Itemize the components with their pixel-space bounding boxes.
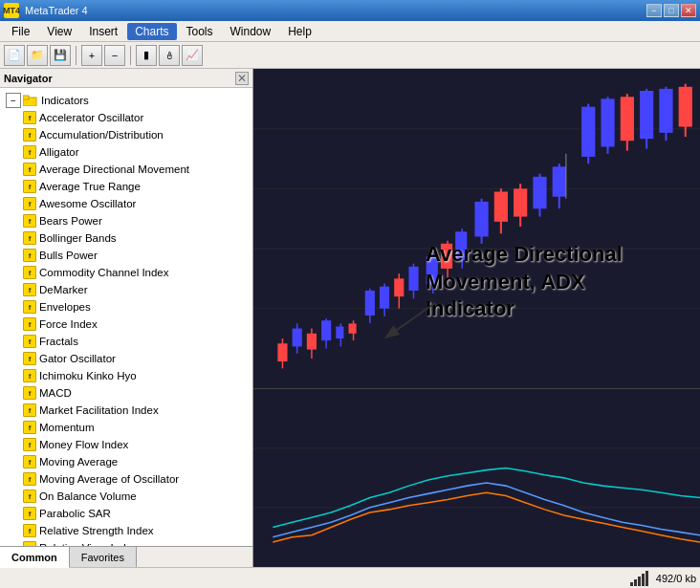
list-item[interactable]: f Moving Average <box>4 453 249 470</box>
toolbar-zoom-in[interactable]: + <box>81 45 102 66</box>
navigator-panel: Navigator ✕ − Indicators <box>0 69 253 567</box>
svg-rect-26 <box>408 267 418 291</box>
item-label: Parabolic SAR <box>39 508 111 519</box>
item-label: Envelopes <box>39 301 91 313</box>
svg-rect-34 <box>533 177 546 208</box>
svg-rect-10 <box>293 329 302 347</box>
list-item[interactable]: f Momentum <box>4 419 249 436</box>
indicator-icon: f <box>23 300 36 314</box>
svg-rect-41 <box>601 98 614 146</box>
item-label: Alligator <box>39 146 79 158</box>
toolbar-open[interactable]: 📁 <box>27 45 48 66</box>
title-bar-controls[interactable]: − □ ✕ <box>646 4 696 17</box>
indicator-icon: f <box>23 352 36 365</box>
svg-rect-14 <box>321 320 331 340</box>
item-label: MACD <box>39 387 72 399</box>
list-item[interactable]: f Bears Power <box>4 212 249 229</box>
menu-help[interactable]: Help <box>280 23 319 40</box>
indicator-icon: f <box>23 266 36 279</box>
main-layout: Navigator ✕ − Indicators <box>0 69 700 567</box>
list-item[interactable]: f Alligator <box>4 143 249 161</box>
list-item[interactable]: f Accelerator Oscillator <box>4 109 249 126</box>
svg-rect-57 <box>253 389 700 567</box>
toolbar-sep2 <box>130 46 131 65</box>
menu-tools[interactable]: Tools <box>179 23 221 40</box>
svg-rect-8 <box>277 343 287 361</box>
list-item[interactable]: f Bulls Power <box>4 247 249 264</box>
toggle-indicators[interactable]: − <box>6 93 21 108</box>
menu-file[interactable]: File <box>4 23 37 40</box>
bar2 <box>634 579 637 586</box>
list-item[interactable]: f Parabolic SAR <box>4 505 249 522</box>
menu-insert[interactable]: Insert <box>81 23 125 40</box>
svg-rect-18 <box>348 323 356 333</box>
list-item[interactable]: f Average True Range <box>4 178 249 195</box>
list-item[interactable]: f Awesome Oscillator <box>4 195 249 212</box>
minimize-button[interactable]: − <box>646 4 662 17</box>
indicator-icon: f <box>23 421 36 434</box>
list-item[interactable]: f Market Facilitation Index <box>4 402 249 419</box>
list-item[interactable]: f Gator Oscillator <box>4 350 249 367</box>
list-item[interactable]: f Force Index <box>4 316 249 333</box>
item-label: Moving Average of Oscillator <box>39 473 179 485</box>
svg-rect-24 <box>394 278 404 296</box>
indicator-icon: f <box>23 541 36 546</box>
indicator-icon: f <box>23 438 36 451</box>
list-item[interactable]: f Average Directional Movement <box>4 161 249 178</box>
toolbar-line-chart[interactable]: 📈 <box>182 45 203 66</box>
app-icon: MT4 <box>4 3 19 18</box>
nav-scroll[interactable]: − Indicators f Accelerator Oscillator f <box>0 88 252 546</box>
tab-favorites[interactable]: Favorites <box>70 547 137 567</box>
list-item[interactable]: f MACD <box>4 384 249 402</box>
item-label: Fractals <box>39 336 78 347</box>
item-label: Market Facilitation Index <box>39 404 159 416</box>
signal-bars <box>630 571 648 586</box>
item-label: Bollinger Bands <box>39 232 117 244</box>
svg-rect-22 <box>380 287 389 309</box>
toolbar-new[interactable]: 📄 <box>4 45 25 66</box>
list-item[interactable]: f Commodity Channel Index <box>4 264 249 281</box>
toolbar-bar-chart[interactable]: ▮ <box>136 45 157 66</box>
indicator-icon: f <box>23 197 36 210</box>
item-label: Average Directional Movement <box>39 163 189 175</box>
list-item[interactable]: f On Balance Volume <box>4 488 249 505</box>
list-item[interactable]: f Accumulation/Distribution <box>4 126 249 143</box>
chart-main[interactable]: Average Directional Movement, ADX Indica… <box>253 69 700 389</box>
menu-window[interactable]: Window <box>223 23 279 40</box>
tree-indicators-root[interactable]: − Indicators <box>4 92 249 109</box>
navigator-close[interactable]: ✕ <box>235 72 249 85</box>
bar3 <box>638 577 641 586</box>
list-item[interactable]: f Relative Strength Index <box>4 522 249 539</box>
list-item[interactable]: f Ichimoku Kinko Hyo <box>4 367 249 384</box>
tab-common[interactable]: Common <box>0 547 70 568</box>
list-item[interactable]: f Envelopes <box>4 298 249 316</box>
item-label: Accelerator Oscillator <box>39 112 143 123</box>
toolbar-zoom-out[interactable]: − <box>104 45 125 66</box>
svg-rect-49 <box>679 87 692 127</box>
menu-charts[interactable]: Charts <box>127 23 176 40</box>
indicator-icon: f <box>23 317 36 331</box>
list-item[interactable]: f Bollinger Bands <box>4 229 249 247</box>
menu-view[interactable]: View <box>39 23 79 40</box>
bar1 <box>630 582 633 586</box>
list-item[interactable]: f Moving Average of Oscillator <box>4 470 249 488</box>
list-item[interactable]: f Relative Vigor Index <box>4 539 249 546</box>
indicator-icon: f <box>23 111 36 124</box>
indicator-icon: f <box>23 335 36 348</box>
indicator-icon: f <box>23 128 36 142</box>
indicator-icon: f <box>23 231 36 245</box>
svg-rect-51 <box>427 256 438 284</box>
list-item[interactable]: f Money Flow Index <box>4 436 249 453</box>
folder-icon <box>23 95 38 106</box>
close-button[interactable]: ✕ <box>681 4 696 17</box>
toolbar-candle-chart[interactable]: 🕯 <box>159 45 180 66</box>
list-item[interactable]: f Fractals <box>4 333 249 350</box>
status-right: 492/0 kb <box>630 571 696 586</box>
list-item[interactable]: f DeMarker <box>4 281 249 298</box>
indicator-icon: f <box>23 163 36 176</box>
item-label: Awesome Oscillator <box>39 198 136 209</box>
item-label: Bears Power <box>39 215 102 227</box>
toolbar-save[interactable]: 💾 <box>50 45 71 66</box>
maximize-button[interactable]: □ <box>664 4 679 17</box>
chart-indicator <box>253 389 700 567</box>
